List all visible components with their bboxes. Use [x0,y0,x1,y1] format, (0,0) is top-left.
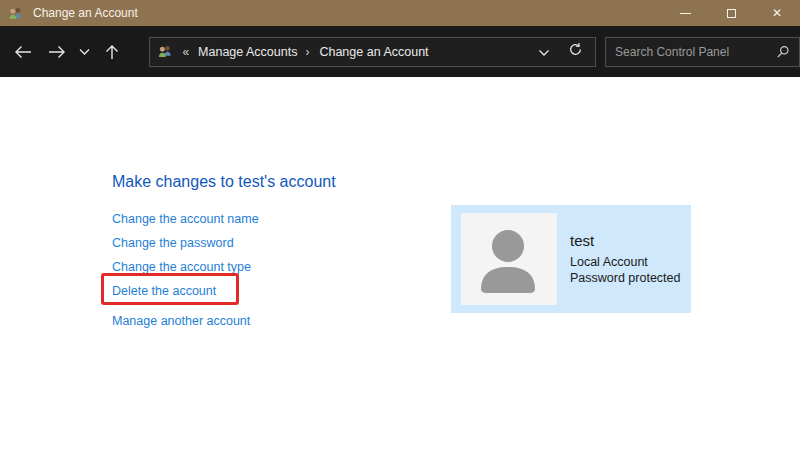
breadcrumb-separator: › [305,45,309,59]
user-accounts-icon [8,6,23,21]
main-content: Make changes to test's account Change th… [0,77,800,450]
list-item: Change the account type [112,257,259,281]
minimize-button[interactable] [662,0,708,26]
refresh-icon [568,42,583,57]
link-change-password[interactable]: Change the password [112,236,234,250]
search-input[interactable] [606,39,776,65]
list-item: Change the password [112,233,259,257]
avatar [461,213,557,305]
user-name: test [570,232,680,249]
breadcrumb-overflow[interactable]: « [182,45,189,59]
search-button[interactable] [776,45,790,59]
window: Change an Account ✕ [0,0,800,450]
list-item: Delete the account [112,281,259,305]
page-title: Make changes to test's account [112,173,336,191]
up-arrow-icon [104,43,120,61]
list-item: Change the account name [112,209,259,233]
user-info: test Local Account Password protected [570,232,680,313]
user-account-tile: test Local Account Password protected [451,205,691,313]
account-task-links: Change the account name Change the passw… [112,209,259,335]
link-change-account-type[interactable]: Change the account type [112,260,251,274]
refresh-button[interactable] [568,42,583,61]
account-type-label: Local Account [570,254,680,270]
breadcrumb-manage-accounts[interactable]: Manage Accounts [198,45,297,59]
recent-locations-chevron-icon [79,48,90,56]
search-box[interactable] [605,37,800,67]
navigation-bar: « Manage Accounts › Change an Account [0,26,800,77]
address-bar[interactable]: « Manage Accounts › Change an Account [149,37,596,67]
magnifier-icon [776,45,790,59]
back-button[interactable] [6,36,40,68]
link-manage-another-account[interactable]: Manage another account [112,314,250,328]
close-button[interactable]: ✕ [754,0,800,26]
up-button[interactable] [96,36,130,68]
minimize-icon [680,13,691,14]
address-dropdown-button[interactable] [538,43,550,61]
back-arrow-icon [13,44,33,60]
recent-locations-button[interactable] [74,36,96,68]
chevron-down-icon [538,49,550,57]
forward-button[interactable] [40,36,74,68]
title-bar: Change an Account ✕ [0,0,800,26]
window-title: Change an Account [33,6,138,20]
user-accounts-icon [157,44,173,59]
link-change-account-name[interactable]: Change the account name [112,212,259,226]
close-icon: ✕ [772,7,782,19]
link-delete-account[interactable]: Delete the account [112,284,216,298]
forward-arrow-icon [47,44,67,60]
list-item: Manage another account [112,311,259,335]
maximize-button[interactable] [708,0,754,26]
maximize-icon [727,9,736,18]
password-status-label: Password protected [570,270,680,286]
breadcrumb-change-an-account[interactable]: Change an Account [319,45,428,59]
person-silhouette-icon [461,213,557,305]
